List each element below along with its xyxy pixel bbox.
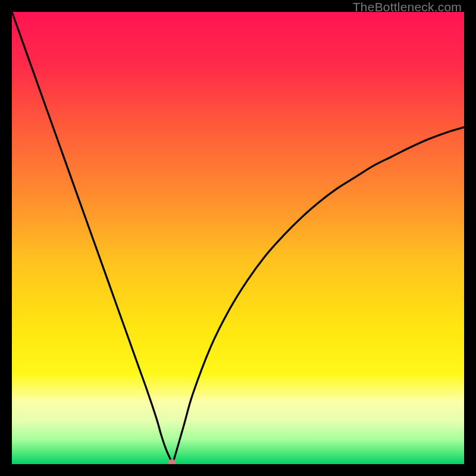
watermark: TheBottleneck.com <box>353 0 462 14</box>
chart-svg <box>12 12 464 464</box>
chart-background <box>12 12 464 464</box>
chart-frame <box>12 12 464 464</box>
